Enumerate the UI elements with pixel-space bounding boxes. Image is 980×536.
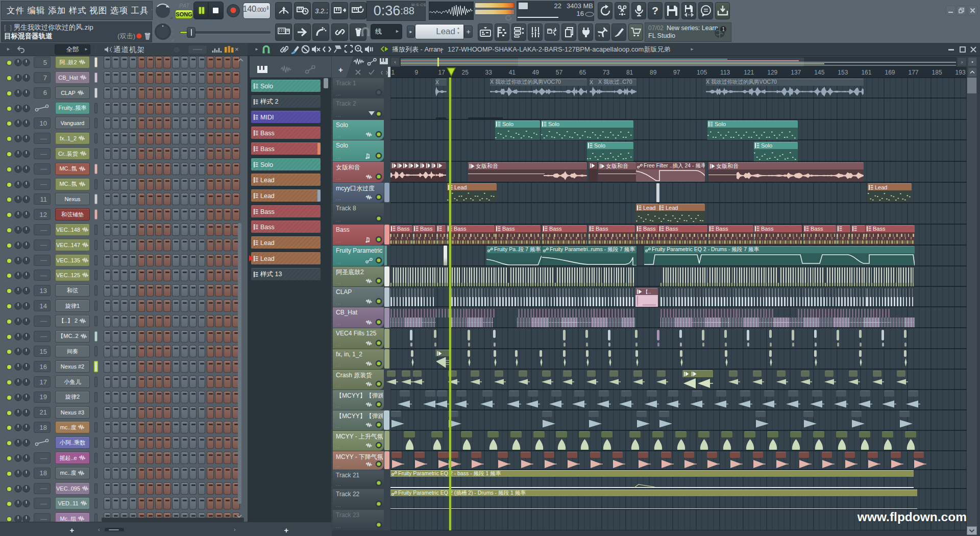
svg-text:?: ? — [652, 5, 658, 16]
svg-text:3.2.1: 3.2.1 — [315, 7, 328, 15]
svg-text:1: 1 — [722, 27, 725, 32]
